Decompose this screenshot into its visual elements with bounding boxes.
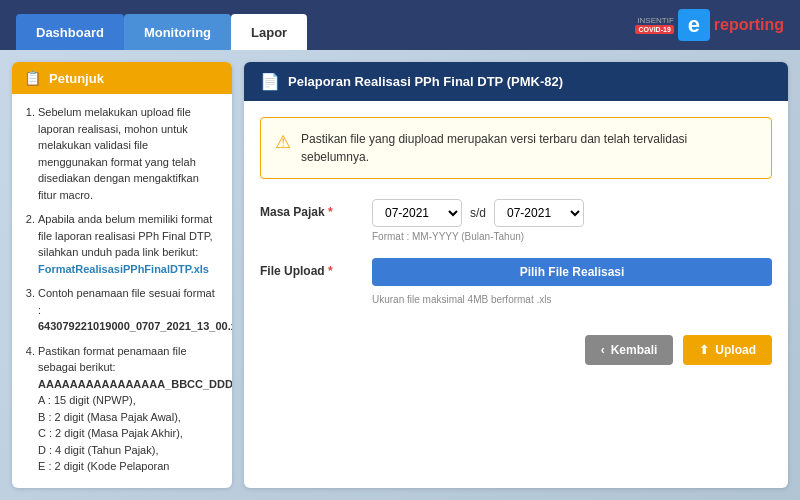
masa-pajak-to[interactable]: 07-2021: [494, 199, 584, 227]
masa-pajak-label: Masa Pajak *: [260, 199, 360, 219]
required-mark: *: [328, 205, 333, 219]
masa-pajak-from[interactable]: 07-2021: [372, 199, 462, 227]
covid-badge: COVID-19: [635, 25, 673, 34]
panel-header: 📋 Petunjuk: [12, 62, 232, 94]
upload-icon: ⬆: [699, 343, 709, 357]
file-hint: Ukuran file maksimal 4MB berformat .xls: [372, 294, 772, 305]
date-row: 07-2021 s/d 07-2021: [372, 199, 772, 227]
panel-body: Sebelum melakukan upload file laporan re…: [12, 94, 232, 474]
logo: INSENTIF COVID-19 e reporting: [635, 9, 784, 41]
logo-letter: e: [678, 9, 710, 41]
form-row-masa-pajak: Masa Pajak * 07-2021 s/d 07-2021: [260, 199, 772, 242]
logo-incentif: INSENTIF COVID-19: [635, 16, 673, 34]
warning-box: ⚠ Pastikan file yang diupload merupakan …: [260, 117, 772, 179]
header: Dashboard Monitoring Lapor INSENTIF COVI…: [0, 0, 800, 50]
right-panel-header-icon: 📄: [260, 72, 280, 91]
pilih-file-button[interactable]: Pilih File Realisasi: [372, 258, 772, 286]
warning-icon: ⚠: [275, 131, 291, 153]
navigation-tabs: Dashboard Monitoring Lapor: [16, 0, 307, 50]
chevron-left-icon: ‹: [601, 343, 605, 357]
warning-text: Pastikan file yang diupload merupakan ve…: [301, 130, 757, 166]
incentif-text: INSENTIF: [637, 16, 673, 25]
logo-brand: reporting: [714, 16, 784, 34]
right-panel-header: 📄 Pelaporan Realisasi PPh Final DTP (PMK…: [244, 62, 788, 101]
file-required-mark: *: [328, 264, 333, 278]
instruction-1: Sebelum melakukan upload file laporan re…: [38, 104, 220, 203]
sd-separator: s/d: [470, 206, 486, 220]
instruction-4: Pastikan format penamaan file sebagai be…: [38, 343, 220, 475]
instruction-3: Contoh penamaan file sesuai format : 643…: [38, 285, 220, 335]
masa-pajak-controls: 07-2021 s/d 07-2021 Format : MM-YYYY (Bu…: [372, 199, 772, 242]
bottom-buttons: ‹ Kembali ⬆ Upload: [260, 335, 772, 365]
tab-dashboard[interactable]: Dashboard: [16, 14, 124, 50]
kembali-button[interactable]: ‹ Kembali: [585, 335, 674, 365]
file-upload-label: File Upload *: [260, 258, 360, 278]
upload-button[interactable]: ⬆ Upload: [683, 335, 772, 365]
right-panel: 📄 Pelaporan Realisasi PPh Final DTP (PMK…: [244, 62, 788, 488]
instruction-2: Apabila anda belum memiliki format file …: [38, 211, 220, 277]
right-panel-body: ⚠ Pastikan file yang diupload merupakan …: [244, 101, 788, 381]
tab-lapor[interactable]: Lapor: [231, 14, 307, 50]
right-panel-title: Pelaporan Realisasi PPh Final DTP (PMK-8…: [288, 74, 563, 89]
form-row-file-upload: File Upload * Pilih File Realisasi Ukura…: [260, 258, 772, 305]
format-hint: Format : MM-YYYY (Bulan-Tahun): [372, 231, 772, 242]
format-link[interactable]: FormatRealisasiPPhFinalDTP.xls: [38, 263, 209, 275]
tab-monitoring[interactable]: Monitoring: [124, 14, 231, 50]
content-area: 📋 Petunjuk Sebelum melakukan upload file…: [0, 50, 800, 500]
panel-header-title: Petunjuk: [49, 71, 104, 86]
panel-header-icon: 📋: [24, 70, 41, 86]
file-upload-controls: Pilih File Realisasi Ukuran file maksima…: [372, 258, 772, 305]
left-panel: 📋 Petunjuk Sebelum melakukan upload file…: [12, 62, 232, 488]
